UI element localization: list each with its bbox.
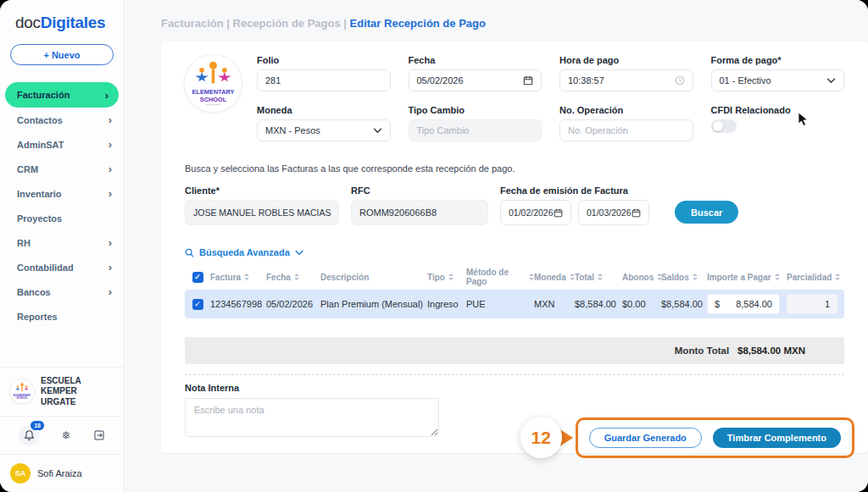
user-name: Sofi Araiza bbox=[37, 468, 82, 478]
company-logo-line2: SCHOOL bbox=[200, 96, 227, 103]
logout-icon bbox=[93, 429, 105, 441]
tipo-cambio-input[interactable] bbox=[409, 119, 542, 141]
invoice-table-row[interactable]: 1234567998 05/02/2026 Plan Premium (Mens… bbox=[185, 290, 844, 318]
chevron-right-icon: › bbox=[108, 139, 112, 150]
cliente-select[interactable]: JOSE MANUEL ROBLES MACIAS bbox=[185, 200, 339, 225]
col-label: Factura bbox=[210, 273, 241, 282]
forma-pago-select[interactable]: 01 - Efectivo bbox=[711, 69, 845, 91]
col-label: Parcialidad bbox=[787, 273, 832, 282]
monto-total-value: $8,584.00 MXN bbox=[737, 346, 805, 356]
row-saldos: $8,584.00 bbox=[661, 299, 707, 309]
chevron-down-icon bbox=[373, 128, 382, 134]
col-total[interactable]: Total bbox=[575, 273, 622, 282]
sidebar-item-bancos[interactable]: Bancos › bbox=[0, 279, 124, 304]
forma-pago-value: 01 - Efectivo bbox=[720, 75, 771, 86]
emision-label: Fecha de emisión de Factura bbox=[500, 185, 649, 196]
row-tipo: Ingreso bbox=[427, 299, 466, 309]
sidebar-menu: Facturación › Contactos › AdminSAT › CRM… bbox=[0, 82, 124, 329]
importe-value: 8,584.00 bbox=[736, 299, 772, 309]
payment-reception-card: ELEMENTARY SCHOOL Folio Fecha 05/02/2026 bbox=[161, 41, 868, 453]
col-moneda[interactable]: Moneda bbox=[534, 273, 575, 282]
col-parcialidad[interactable]: Parcialidad bbox=[787, 273, 844, 282]
field-forma-pago: Forma de pago* 01 - Efectivo bbox=[711, 55, 845, 91]
fecha-date-input[interactable]: 05/02/2026 bbox=[409, 69, 542, 91]
chevron-right-icon: › bbox=[105, 90, 108, 101]
sidebar-item-label: Contabilidad bbox=[17, 263, 74, 273]
col-factura[interactable]: Factura bbox=[210, 273, 266, 282]
account-name: ESCUELA KEMPER URGATE bbox=[41, 376, 117, 408]
breadcrumb: Facturación | Recepción de Pagos | Edita… bbox=[125, 0, 868, 30]
divider bbox=[185, 374, 844, 375]
sidebar-item-contactos[interactable]: Contactos › bbox=[0, 108, 124, 132]
logo-suffix: Digitales bbox=[41, 14, 106, 31]
guardar-generado-button[interactable]: Guardar Generado bbox=[589, 428, 702, 448]
col-metodo-pago[interactable]: Método de Pago bbox=[466, 268, 534, 286]
notifications-button[interactable]: 18 bbox=[19, 425, 39, 445]
col-tipo[interactable]: Tipo bbox=[427, 273, 466, 282]
step-number-badge: 12 bbox=[520, 417, 562, 458]
invoice-table-header: Factura Fecha Descripción Tipo Método de… bbox=[185, 268, 844, 286]
col-abonos[interactable]: Abonos bbox=[622, 273, 661, 282]
select-all-checkbox[interactable] bbox=[192, 272, 203, 283]
parcialidad-value: 1 bbox=[825, 299, 830, 309]
col-importe-pagar[interactable]: Importe a Pagar bbox=[707, 273, 787, 282]
advanced-search-link[interactable]: Búsqueda Avanzada bbox=[185, 247, 844, 257]
account-name-line1: ESCUELA KEMPER bbox=[41, 376, 117, 397]
parcialidad-input[interactable]: 1 bbox=[787, 294, 837, 314]
cliente-value: JOSE MANUEL ROBLES MACIAS bbox=[193, 207, 331, 218]
hora-label: Hora de pago bbox=[559, 55, 693, 65]
moneda-select[interactable]: MXN - Pesos bbox=[257, 119, 391, 141]
timbrar-complemento-button[interactable]: Timbrar Complemento bbox=[713, 428, 841, 448]
moneda-value: MXN - Pesos bbox=[265, 125, 320, 135]
school-emblem-icon: ELEMENTARY SCHOOL bbox=[10, 379, 34, 403]
breadcrumb-trail[interactable]: Facturación | Recepción de Pagos | bbox=[161, 17, 350, 30]
sidebar-item-adminsat[interactable]: AdminSAT › bbox=[0, 132, 124, 157]
current-user[interactable]: SA Sofi Araiza bbox=[0, 455, 124, 492]
new-button[interactable]: + Nuevo bbox=[10, 44, 114, 65]
emision-from-value: 01/02/2026 bbox=[509, 207, 554, 218]
account-avatar: ELEMENTARY SCHOOL bbox=[10, 379, 34, 403]
row-descripcion: Plan Premium (Mensual) bbox=[320, 299, 427, 309]
sidebar-item-reportes[interactable]: Reportes bbox=[0, 304, 124, 329]
field-rfc: RFC bbox=[351, 185, 488, 225]
sidebar-item-label: Reportes bbox=[17, 312, 58, 322]
sort-icon bbox=[693, 274, 698, 280]
emision-to-input[interactable]: 01/03/2026 bbox=[578, 200, 649, 225]
hora-time-input[interactable]: 10:38:57 bbox=[559, 69, 693, 91]
folio-input[interactable] bbox=[257, 69, 391, 91]
rfc-input[interactable] bbox=[351, 200, 488, 225]
sidebar-item-facturacion[interactable]: Facturación › bbox=[5, 82, 119, 108]
chevron-right-icon: › bbox=[108, 262, 112, 273]
row-checkbox[interactable] bbox=[192, 299, 203, 310]
main-content: Facturación | Recepción de Pagos | Edita… bbox=[125, 0, 868, 492]
notifications-badge: 18 bbox=[30, 420, 45, 431]
account-switcher[interactable]: ELEMENTARY SCHOOL ESCUELA KEMPER URGATE bbox=[0, 367, 124, 417]
field-moneda: Moneda MXN - Pesos bbox=[257, 105, 391, 141]
importe-pagar-input[interactable]: $ 8,584.00 bbox=[707, 294, 780, 314]
col-label: Importe a Pagar bbox=[707, 273, 771, 282]
monto-total-bar: Monto Total $8,584.00 MXN bbox=[185, 337, 844, 364]
sidebar-item-label: Proyectos bbox=[17, 213, 62, 224]
sort-icon bbox=[448, 274, 453, 280]
sidebar-item-inventario[interactable]: Inventario › bbox=[0, 181, 124, 206]
sidebar-item-rh[interactable]: RH › bbox=[0, 230, 124, 255]
buscar-button[interactable]: Buscar bbox=[675, 201, 738, 224]
chevron-right-icon: › bbox=[108, 286, 112, 297]
nota-interna-label: Nota Interna bbox=[185, 383, 844, 393]
logout-button[interactable] bbox=[93, 429, 105, 441]
cfdi-toggle[interactable] bbox=[711, 119, 737, 133]
settings-button[interactable] bbox=[60, 429, 72, 441]
payment-header-form: ELEMENTARY SCHOOL Folio Fecha 05/02/2026 bbox=[185, 55, 844, 141]
search-hint: Busca y selecciona las Facturas a las qu… bbox=[185, 163, 844, 174]
sidebar-item-crm[interactable]: CRM › bbox=[0, 157, 124, 181]
col-saldos[interactable]: Saldos bbox=[661, 273, 707, 282]
row-fecha: 05/02/2026 bbox=[266, 299, 320, 309]
no-operacion-input[interactable] bbox=[559, 119, 693, 141]
sidebar-item-proyectos[interactable]: Proyectos bbox=[0, 206, 124, 230]
nota-interna-textarea[interactable] bbox=[185, 398, 439, 437]
col-fecha[interactable]: Fecha bbox=[266, 273, 320, 282]
sidebar: docDigitales + Nuevo Facturación › Conta… bbox=[0, 0, 125, 492]
sidebar-item-contabilidad[interactable]: Contabilidad › bbox=[0, 255, 124, 279]
toggle-knob bbox=[713, 121, 723, 131]
emision-from-input[interactable]: 01/02/2026 bbox=[500, 200, 571, 225]
